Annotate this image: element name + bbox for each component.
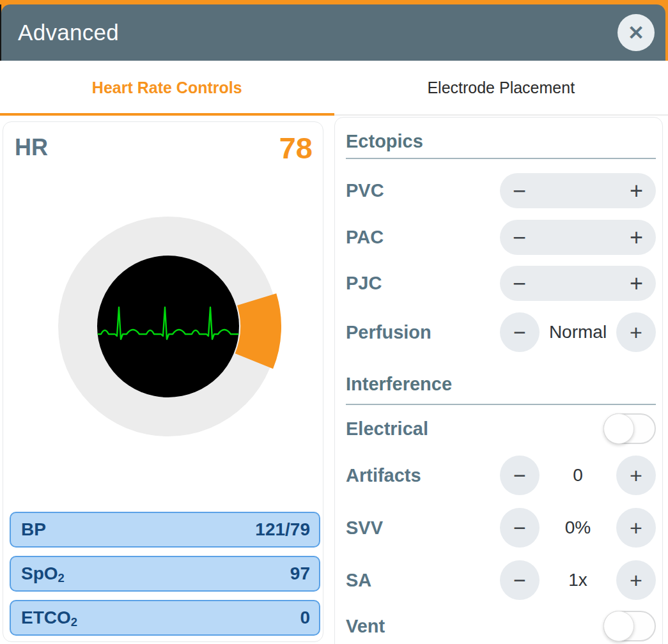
advanced-dialog: Advanced ✕ Heart Rate Controls Electrode…: [0, 0, 668, 644]
pjc-stepper: −+: [500, 266, 656, 301]
vital-spo2-label-sub: 2: [58, 571, 65, 585]
minus-icon: −: [513, 270, 526, 296]
svv-minus-button[interactable]: −: [500, 508, 540, 548]
pac-row: PAC−+: [346, 220, 656, 255]
tab-electrode-placement[interactable]: Electrode Placement: [334, 61, 668, 114]
minus-icon: −: [513, 224, 526, 250]
sa-plus-button[interactable]: +: [616, 560, 656, 600]
pjc-row: PJC−+: [346, 266, 656, 301]
vent-label: Vent: [346, 616, 385, 637]
perfusion-label: Perfusion: [346, 322, 431, 343]
svv-stepper: −0%+: [500, 508, 656, 548]
hr-panel: HR 78 BP121/79SpO297ETCO20: [3, 121, 323, 642]
hr-value: 78: [279, 130, 313, 165]
vital-spo2-value: 97: [290, 564, 310, 584]
plus-icon: +: [630, 224, 643, 250]
perfusion-stepper: −Normal+: [500, 312, 656, 352]
vital-spo2[interactable]: SpO297: [10, 556, 320, 592]
vital-bp-value: 121/79: [255, 519, 310, 540]
tab-electrode-placement-label: Electrode Placement: [427, 79, 575, 97]
electrical-toggle[interactable]: [603, 413, 656, 444]
toggle-knob: [603, 611, 634, 641]
vital-etco2-value: 0: [300, 608, 310, 628]
tab-heart-rate-controls-label: Heart Rate Controls: [92, 79, 242, 97]
hr-dial[interactable]: [54, 213, 282, 440]
plus-icon: +: [630, 178, 643, 204]
vital-spo2-label: SpO2: [21, 564, 65, 584]
artifacts-minus-button[interactable]: −: [500, 456, 540, 495]
plus-icon: +: [630, 321, 642, 343]
vital-etco2-label-sub: 2: [71, 615, 77, 629]
sa-row: SA−1x+: [346, 560, 656, 600]
vital-bp-label: BP: [21, 519, 46, 540]
perfusion-minus-button[interactable]: −: [500, 312, 540, 352]
artifacts-label: Artifacts: [346, 465, 421, 486]
toggle-knob: [603, 413, 634, 444]
sa-label: SA: [346, 570, 371, 591]
vital-etco2-label-text: ETCO: [21, 608, 71, 627]
close-icon: ✕: [628, 23, 644, 43]
artifacts-row: Artifacts−0+: [346, 456, 656, 495]
minus-icon: −: [513, 464, 526, 486]
sa-stepper: −1x+: [500, 560, 656, 600]
svv-plus-button[interactable]: +: [616, 508, 656, 548]
artifacts-plus-button[interactable]: +: [616, 456, 656, 495]
close-button[interactable]: ✕: [618, 14, 655, 51]
vital-etco2-label: ETCO2: [21, 608, 77, 628]
section-title-interference: Interference: [346, 373, 656, 395]
vital-etco2[interactable]: ETCO20: [10, 600, 320, 636]
pjc-plus-button[interactable]: +: [630, 272, 643, 295]
sa-minus-button[interactable]: −: [500, 560, 540, 600]
sa-value: 1x: [540, 570, 616, 590]
pac-plus-button[interactable]: +: [630, 226, 643, 249]
tab-bar: Heart Rate Controls Electrode Placement: [0, 61, 668, 116]
section-divider: [346, 404, 656, 405]
artifacts-value: 0: [540, 465, 616, 486]
electrical-row: Electrical: [346, 413, 656, 444]
pjc-minus-button[interactable]: −: [513, 272, 526, 295]
vital-spo2-label-text: SpO: [21, 564, 58, 583]
minus-icon: −: [513, 569, 526, 591]
pvc-plus-button[interactable]: +: [630, 180, 643, 203]
pvc-row: PVC−+: [346, 173, 656, 208]
svv-row: SVV−0%+: [346, 508, 656, 548]
section-divider: [346, 158, 656, 159]
ecg-screen: [97, 256, 239, 397]
hr-readout: HR 78: [15, 131, 313, 164]
dialog-header: Advanced ✕: [1, 4, 665, 61]
plus-icon: +: [630, 517, 642, 539]
dialog-title: Advanced: [18, 20, 119, 45]
vital-bp[interactable]: BP121/79: [10, 512, 320, 548]
svv-label: SVV: [346, 518, 383, 539]
section-title-ectopics: Ectopics: [346, 130, 656, 152]
pvc-minus-button[interactable]: −: [513, 180, 526, 203]
tab-heart-rate-controls[interactable]: Heart Rate Controls: [0, 61, 334, 114]
vital-bp-label-text: BP: [21, 519, 46, 539]
pac-label: PAC: [346, 227, 384, 248]
controls-panel: EctopicsPVC−+PAC−+PJC−+Perfusion−Normal+…: [334, 117, 663, 644]
hr-label: HR: [15, 134, 48, 161]
dialog-chrome: Advanced ✕: [0, 0, 668, 61]
pjc-label: PJC: [346, 273, 382, 294]
minus-icon: −: [513, 178, 526, 204]
plus-icon: +: [630, 270, 643, 296]
vitals-list: BP121/79SpO297ETCO20: [10, 512, 320, 644]
perfusion-row: Perfusion−Normal+: [346, 312, 656, 352]
pvc-label: PVC: [346, 180, 384, 201]
perfusion-value: Normal: [540, 322, 616, 342]
vent-row: Vent: [346, 610, 656, 643]
plus-icon: +: [630, 464, 642, 486]
pac-stepper: −+: [500, 220, 656, 255]
vent-toggle[interactable]: [603, 611, 656, 641]
pac-minus-button[interactable]: −: [513, 226, 526, 249]
svv-value: 0%: [540, 518, 616, 538]
pvc-stepper: −+: [500, 173, 656, 208]
artifacts-stepper: −0+: [500, 456, 656, 495]
minus-icon: −: [513, 517, 526, 539]
minus-icon: −: [513, 321, 526, 343]
plus-icon: +: [630, 569, 642, 591]
perfusion-plus-button[interactable]: +: [616, 312, 656, 352]
electrical-label: Electrical: [346, 418, 428, 440]
